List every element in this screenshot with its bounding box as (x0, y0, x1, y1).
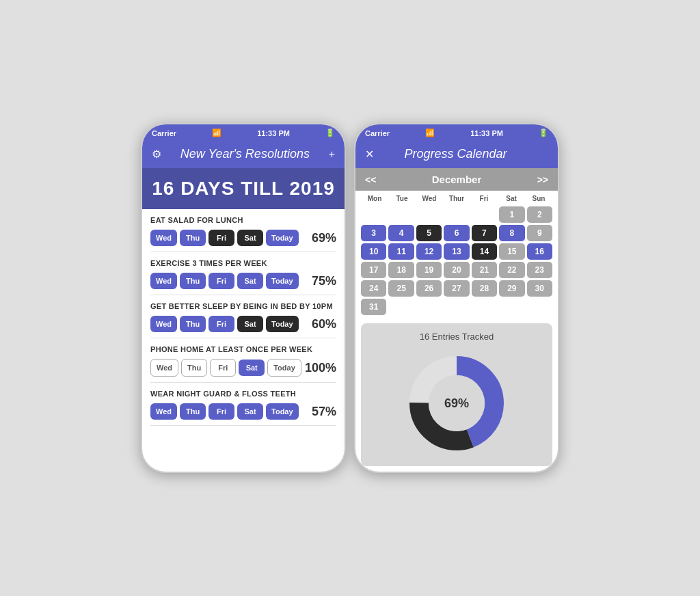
status-bar-left: Carrier 📶 11:33 PM 🔋 (142, 124, 345, 141)
day-button[interactable]: Wed (150, 230, 177, 246)
calendar-day-cell[interactable]: 28 (472, 280, 497, 297)
calendar-day-cell[interactable]: 21 (472, 262, 497, 278)
calendar-day-cell[interactable]: 29 (499, 280, 524, 297)
status-bar-right: Carrier 📶 11:33 PM 🔋 (355, 124, 558, 141)
calendar-day-cell[interactable]: 9 (527, 225, 552, 241)
carrier-left: Carrier (152, 129, 176, 137)
day-button[interactable]: Sat (237, 230, 263, 246)
calendar-day-cell[interactable]: 19 (416, 262, 442, 278)
calendar-day-cell[interactable]: 6 (444, 225, 469, 241)
calendar-day-cell[interactable]: 18 (388, 262, 414, 278)
calendar-day-cell[interactable]: 12 (416, 243, 442, 260)
day-button[interactable]: Wed (150, 359, 178, 377)
day-button[interactable]: Fri (210, 359, 236, 377)
calendar-day-cell[interactable]: 11 (388, 243, 414, 260)
day-button[interactable]: Sat (237, 316, 263, 332)
day-button[interactable]: Sat (237, 403, 263, 420)
day-button[interactable]: Thu (180, 273, 206, 289)
day-button[interactable]: Today (266, 230, 299, 246)
day-button[interactable]: Sat (237, 273, 263, 289)
calendar-day-cell[interactable]: 15 (499, 243, 524, 260)
percentage-label: 100% (305, 361, 336, 375)
day-button[interactable]: Wed (150, 273, 177, 289)
calendar-day-cell (416, 206, 442, 223)
calendar-day-cell (388, 206, 414, 223)
calendar-day-cell (527, 299, 552, 315)
resolution-item: EAT SALAD FOR LUNCHWedThuFriSatToday69% (150, 209, 336, 252)
calendar-body: 1234567891011121314151617181920212223242… (361, 206, 552, 315)
calendar-day-cell (444, 206, 469, 223)
calendar-weekday-header: Wed (416, 193, 443, 204)
close-icon[interactable]: ✕ (365, 148, 374, 161)
add-icon[interactable]: + (329, 148, 335, 161)
day-button[interactable]: Wed (150, 316, 177, 332)
calendar-day-cell[interactable]: 16 (527, 243, 552, 260)
day-button[interactable]: Fri (208, 403, 234, 420)
percentage-label: 69% (312, 231, 336, 245)
calendar-day-cell (388, 299, 414, 315)
day-button[interactable]: Today (266, 403, 299, 420)
days-row: WedThuFriSatToday69% (150, 230, 336, 246)
resolution-title: WEAR NIGHT GUARD & FLOSS TEETH (150, 390, 336, 398)
day-button[interactable]: Thu (180, 316, 206, 332)
day-button[interactable]: Today (267, 359, 301, 377)
calendar-day-cell (444, 299, 469, 315)
calendar-day-cell[interactable]: 20 (444, 262, 469, 278)
calendar-day-cell[interactable]: 22 (499, 262, 524, 278)
calendar-day-cell[interactable]: 24 (361, 280, 386, 297)
entries-tracked: 16 Entries Tracked (369, 331, 544, 342)
calendar-day-cell[interactable]: 26 (416, 280, 442, 297)
calendar-day-cell[interactable]: 7 (472, 225, 497, 241)
day-button[interactable]: Today (266, 273, 299, 289)
day-button[interactable]: Thu (180, 230, 206, 246)
carrier-right: Carrier (365, 129, 390, 137)
day-button[interactable]: Sat (239, 360, 265, 376)
day-button[interactable]: Fri (208, 230, 234, 246)
calendar-day-cell (416, 299, 442, 315)
day-button[interactable]: Wed (150, 403, 177, 420)
left-title: New Year's Resolutions (161, 147, 329, 161)
donut-chart: 69% (369, 349, 544, 458)
calendar-day-cell[interactable]: 25 (388, 280, 414, 297)
day-button[interactable]: Fri (208, 273, 234, 289)
resolution-title: EAT SALAD FOR LUNCH (150, 216, 336, 224)
day-button[interactable]: Today (266, 316, 299, 332)
calendar-day-cell[interactable]: 3 (361, 225, 386, 241)
countdown-banner: 16 DAYS TILL 2019 (142, 168, 345, 209)
calendar-weekday-header: Tue (388, 193, 416, 204)
calendar-day-cell[interactable]: 17 (361, 262, 386, 278)
days-row: WedThuFriSatToday100% (150, 359, 336, 377)
calendar-day-cell (472, 206, 497, 223)
donut-label: 69% (444, 396, 469, 411)
calendar-day-cell[interactable]: 31 (361, 299, 386, 315)
days-row: WedThuFriSatToday60% (150, 316, 336, 332)
day-button[interactable]: Thu (180, 403, 206, 420)
time-left: 11:33 PM (257, 129, 290, 137)
calendar-day-cell[interactable]: 4 (388, 225, 414, 241)
calendar-weekday-header: Sun (525, 193, 552, 204)
settings-icon[interactable]: ⚙ (152, 148, 161, 161)
calendar-day-cell[interactable]: 2 (527, 206, 552, 223)
resolution-title: EXERCISE 3 TIMES PER WEEK (150, 259, 336, 267)
calendar-day-cell[interactable]: 13 (444, 243, 469, 260)
calendar-header-row: MonTueWedThurFriSatSun (361, 193, 552, 204)
day-button[interactable]: Fri (208, 316, 234, 332)
calendar-day-cell[interactable]: 27 (444, 280, 469, 297)
calendar-day-cell[interactable]: 10 (361, 243, 386, 260)
day-button[interactable]: Thu (181, 359, 207, 377)
calendar-grid: MonTueWedThurFriSatSun 12345678910111213… (355, 191, 558, 319)
month-nav: << December >> (355, 168, 558, 191)
calendar-day-cell[interactable]: 30 (527, 280, 552, 297)
battery-right: 🔋 (539, 128, 548, 137)
next-month-button[interactable]: >> (537, 174, 548, 185)
resolution-item: PHONE HOME AT LEAST ONCE PER WEEKWedThuF… (150, 338, 336, 383)
right-title: Progress Calendar (374, 147, 537, 161)
calendar-day-cell[interactable]: 23 (527, 262, 552, 278)
calendar-day-cell[interactable]: 5 (416, 225, 442, 241)
prev-month-button[interactable]: << (365, 174, 376, 185)
calendar-day-cell[interactable]: 8 (499, 225, 524, 241)
calendar-day-cell (472, 299, 497, 315)
calendar-day-cell[interactable]: 1 (499, 206, 524, 223)
resolutions-list: EAT SALAD FOR LUNCHWedThuFriSatToday69%E… (142, 209, 345, 426)
calendar-day-cell[interactable]: 14 (472, 243, 497, 260)
